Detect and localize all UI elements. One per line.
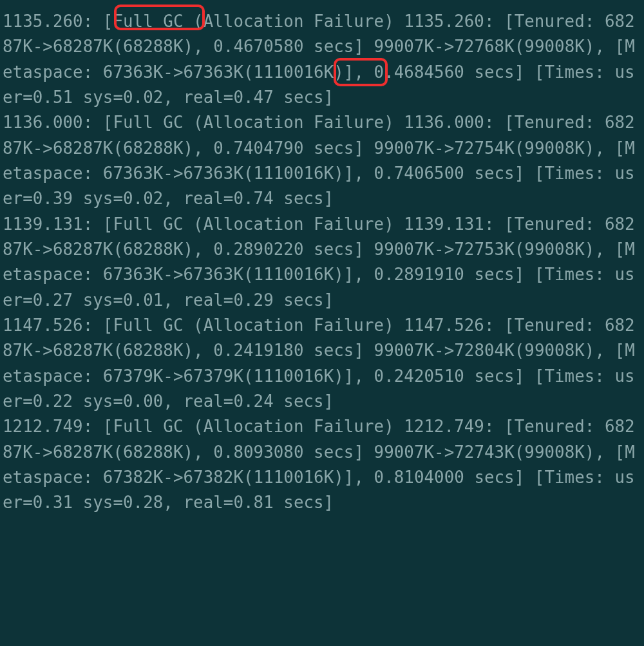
tenured-secs: 0.7404790 — [213, 138, 303, 158]
heap-total: 99008K — [524, 341, 585, 360]
tenured-total: 68288K — [123, 341, 184, 360]
heap-before: 99007K — [374, 138, 435, 158]
times-sys: 0.28 — [123, 493, 163, 512]
gc-inner-timestamp: 1136.000 — [404, 113, 484, 132]
gc-event: Full GC — [113, 417, 183, 436]
metaspace-before: 67363K — [103, 265, 164, 284]
tenured-after: 68287K — [53, 341, 113, 360]
metaspace-before: 67363K — [103, 62, 164, 82]
metaspace-after: 67379K — [183, 366, 243, 386]
metaspace-before: 67382K — [103, 468, 164, 487]
total-secs: 0.4684560 — [374, 62, 464, 82]
gc-cause: Allocation Failure — [204, 12, 384, 31]
times-sys: 0.02 — [123, 88, 163, 107]
gc-inner-timestamp: 1135.260 — [404, 12, 484, 31]
times-user: 0.27 — [33, 290, 73, 310]
metaspace-before: 67363K — [103, 164, 164, 183]
heap-after: 72804K — [454, 341, 515, 360]
times-real: 0.24 — [233, 392, 273, 411]
gc-event: Full GC — [113, 316, 183, 335]
gc-event: Full GC — [113, 214, 183, 234]
times-user: 0.31 — [33, 493, 73, 512]
total-secs: 0.2420510 — [374, 366, 464, 386]
gc-log-line: 1212.749: [Full GC (Allocation Failure) … — [3, 417, 635, 512]
tenured-after: 68287K — [53, 138, 113, 158]
tenured-total: 68288K — [123, 442, 184, 462]
times-real: 0.74 — [233, 189, 273, 208]
gc-cause: Allocation Failure — [204, 316, 384, 335]
tenured-secs: 0.8093080 — [213, 442, 303, 462]
metaspace-total: 1110016K — [254, 468, 334, 487]
gc-log-line: 1147.526: [Full GC (Allocation Failure) … — [3, 316, 635, 411]
gc-timestamp: 1147.526 — [3, 316, 83, 335]
times-real: 0.81 — [233, 493, 273, 512]
times-real: 0.29 — [233, 290, 273, 310]
heap-total: 99008K — [524, 442, 585, 462]
gc-cause: Allocation Failure — [204, 113, 384, 132]
times-sys: 0.01 — [123, 290, 163, 310]
total-secs: 0.7406500 — [374, 164, 464, 183]
tenured-total: 68288K — [123, 37, 184, 56]
heap-before: 99007K — [374, 442, 435, 462]
heap-after: 72743K — [454, 442, 515, 462]
heap-before: 99007K — [374, 341, 435, 360]
metaspace-after: 67363K — [183, 62, 243, 82]
metaspace-total: 1110016K — [254, 62, 334, 82]
heap-after: 72754K — [454, 138, 515, 158]
metaspace-after: 67382K — [183, 468, 243, 487]
tenured-after: 68287K — [53, 240, 113, 259]
total-secs: 0.2891910 — [374, 265, 464, 284]
metaspace-total: 1110016K — [254, 164, 334, 183]
gc-event: Full GC — [113, 113, 183, 132]
times-user: 0.51 — [33, 88, 73, 107]
tenured-after: 68287K — [53, 37, 113, 56]
tenured-secs: 0.2890220 — [213, 240, 303, 259]
tenured-total: 68288K — [123, 138, 184, 158]
gc-inner-timestamp: 1147.526 — [404, 316, 484, 335]
times-user: 0.22 — [33, 392, 73, 411]
heap-total: 99008K — [524, 37, 585, 56]
gc-cause: Allocation Failure — [204, 417, 384, 436]
tenured-secs: 0.2419180 — [213, 341, 303, 360]
heap-after: 72768K — [454, 37, 515, 56]
terminal-output[interactable]: 1135.260: [Full GC (Allocation Failure) … — [0, 0, 644, 646]
gc-timestamp: 1212.749 — [3, 417, 83, 436]
gc-log-line: 1135.260: [Full GC (Allocation Failure) … — [3, 12, 635, 107]
gc-log-line: 1136.000: [Full GC (Allocation Failure) … — [3, 113, 635, 208]
metaspace-after: 67363K — [183, 265, 243, 284]
metaspace-after: 67363K — [183, 164, 243, 183]
gc-timestamp: 1136.000 — [3, 113, 83, 132]
metaspace-total: 1110016K — [254, 265, 334, 284]
times-sys: 0.02 — [123, 189, 163, 208]
gc-inner-timestamp: 1212.749 — [404, 417, 484, 436]
metaspace-total: 1110016K — [254, 366, 334, 386]
gc-event: Full GC — [113, 12, 183, 31]
gc-inner-timestamp: 1139.131 — [404, 214, 484, 234]
gc-timestamp: 1139.131 — [3, 214, 83, 234]
gc-log-line: 1139.131: [Full GC (Allocation Failure) … — [3, 214, 635, 310]
heap-total: 99008K — [524, 240, 585, 259]
times-user: 0.39 — [33, 189, 73, 208]
heap-after: 72753K — [454, 240, 515, 259]
gc-cause: Allocation Failure — [204, 214, 384, 234]
heap-before: 99007K — [374, 37, 435, 56]
tenured-total: 68288K — [123, 240, 184, 259]
times-real: 0.47 — [233, 88, 273, 107]
heap-total: 99008K — [524, 138, 585, 158]
metaspace-before: 67379K — [103, 366, 164, 386]
total-secs: 0.8104000 — [374, 468, 464, 487]
tenured-secs: 0.4670580 — [213, 37, 303, 56]
heap-before: 99007K — [374, 240, 435, 259]
times-sys: 0.00 — [123, 392, 163, 411]
tenured-after: 68287K — [53, 442, 113, 462]
gc-timestamp: 1135.260 — [3, 12, 83, 31]
